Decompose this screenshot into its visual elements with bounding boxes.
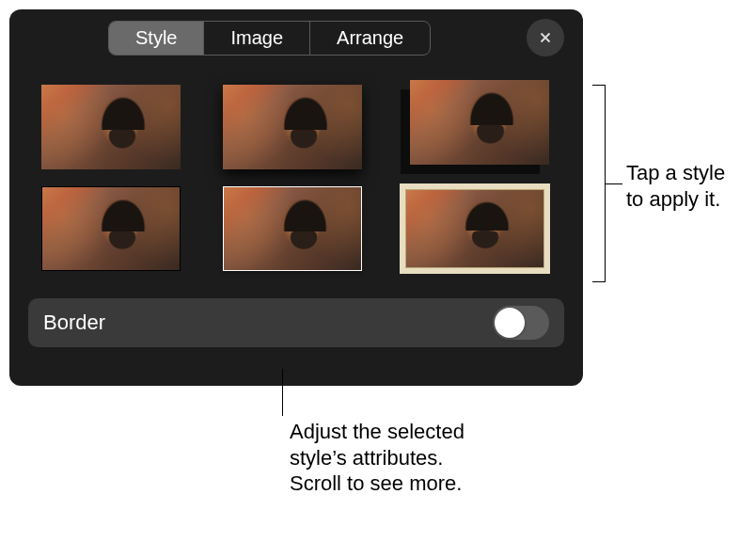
- style-option-photo-frame[interactable]: [400, 183, 550, 274]
- style-option-white-border[interactable]: [223, 186, 362, 271]
- close-button[interactable]: [527, 19, 564, 56]
- tabs-container: Style Image Arrange: [108, 21, 431, 56]
- close-icon: [537, 29, 554, 46]
- callout-styles-text: Tap a styleto apply it.: [626, 160, 725, 212]
- tab-style[interactable]: Style: [109, 22, 203, 55]
- format-panel: Style Image Arrange Borde: [9, 9, 583, 386]
- style-option-offset-shadow[interactable]: [405, 85, 544, 169]
- tab-arrange[interactable]: Arrange: [309, 22, 430, 55]
- callout-attributes-text: Adjust the selectedstyle’s attributes.Sc…: [290, 419, 465, 497]
- border-label: Border: [43, 311, 105, 335]
- style-option-none[interactable]: [41, 85, 181, 169]
- style-option-drop-shadow[interactable]: [223, 85, 362, 169]
- toggle-knob: [495, 308, 525, 338]
- border-row: Border: [28, 298, 564, 347]
- styles-grid: [28, 73, 564, 278]
- tab-image[interactable]: Image: [203, 22, 309, 55]
- style-option-black-border[interactable]: [41, 186, 181, 271]
- tab-bar: Style Image Arrange: [28, 19, 564, 56]
- border-toggle[interactable]: [493, 306, 549, 340]
